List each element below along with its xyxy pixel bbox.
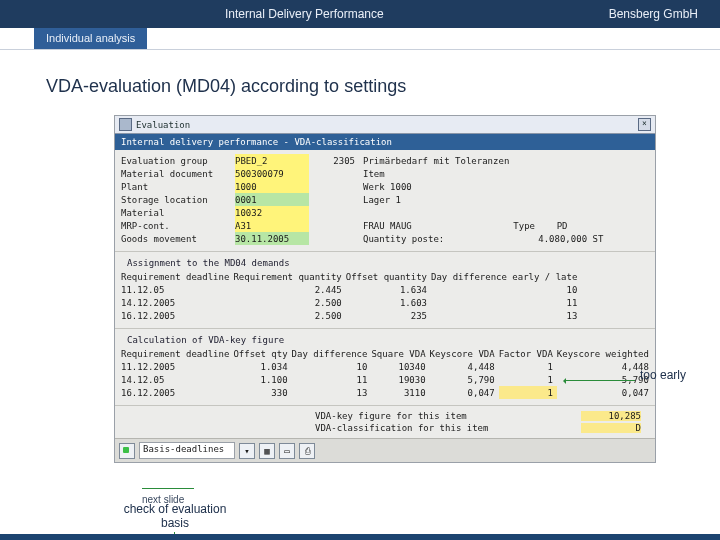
annotation-check-basis: check of evaluation basis xyxy=(120,502,230,530)
header-fields: Evaluation groupPBED_22305Primärbedarf m… xyxy=(115,150,655,252)
assignment-block: Assignment to the MD04 demands Requireme… xyxy=(115,252,655,329)
window-icon xyxy=(119,118,132,131)
table-row: 11.12.052.4451.63410 xyxy=(121,283,581,296)
page-icon[interactable]: ▭ xyxy=(279,443,295,459)
section-heading: Assignment to the MD04 demands xyxy=(121,256,649,270)
table-row: 16.12.20052.50023513 xyxy=(121,309,581,322)
calculation-table: Requirement deadline Offset qty Day diff… xyxy=(121,347,653,399)
result-row: VDA-classification for this item D xyxy=(121,422,649,434)
table-head: Requirement deadline Requirement quantit… xyxy=(121,270,581,283)
field-row: Goods movement30.11.2005Quantity poste:4… xyxy=(121,232,607,245)
title-bar: Internal Delivery Performance Bensberg G… xyxy=(0,0,720,28)
arrow-too-early xyxy=(565,380,635,381)
check-green-icon[interactable] xyxy=(119,443,135,459)
tab-row: Individual analysis xyxy=(0,28,720,50)
tab-individual-analysis[interactable]: Individual analysis xyxy=(34,28,147,49)
sap-section-title: Internal delivery performance - VDA-clas… xyxy=(115,134,655,150)
field-row: Material10032 xyxy=(121,206,607,219)
presentation-title: Internal Delivery Performance xyxy=(0,7,609,21)
header-table: Evaluation groupPBED_22305Primärbedarf m… xyxy=(121,154,607,245)
slide-title: VDA-evaluation (MD04) according to setti… xyxy=(46,76,686,97)
sap-window-titlebar: Evaluation × xyxy=(115,116,655,134)
field-row: Storage location0001Lager 1 xyxy=(121,193,607,206)
calculation-block: Calculation of VDA-key figure Requiremen… xyxy=(115,329,655,406)
status-field[interactable]: Basis-deadlines xyxy=(139,442,235,459)
field-row: Material document500300079Item xyxy=(121,167,607,180)
grid-icon[interactable]: ▦ xyxy=(259,443,275,459)
field-row: Evaluation groupPBED_22305Primärbedarf m… xyxy=(121,154,607,167)
field-row: MRP-cont.A31FRAU MAUGType PD xyxy=(121,219,607,232)
table-row: 11.12.20051.03410103404,44814,448 xyxy=(121,360,653,373)
assignment-table: Requirement deadline Requirement quantit… xyxy=(121,270,581,322)
footer-band xyxy=(0,534,720,540)
sap-window: Evaluation × Internal delivery performan… xyxy=(114,115,656,463)
section-heading: Calculation of VDA-key figure xyxy=(121,333,649,347)
table-head: Requirement deadline Offset qty Day diff… xyxy=(121,347,653,360)
slide-body: VDA-evaluation (MD04) according to setti… xyxy=(0,50,720,463)
underline-icon xyxy=(142,488,194,489)
sap-window-title: Evaluation xyxy=(136,120,190,130)
result-block: VDA-key figure for this item 10,285 VDA-… xyxy=(115,406,655,438)
result-row: VDA-key figure for this item 10,285 xyxy=(121,410,649,422)
table-row: 14.12.20052.5001.60311 xyxy=(121,296,581,309)
print-icon[interactable]: ⎙ xyxy=(299,443,315,459)
sap-status-bar: Basis-deadlines ▾ ▦ ▭ ⎙ xyxy=(115,438,655,462)
dropdown-icon[interactable]: ▾ xyxy=(239,443,255,459)
table-row: 16.12.20053301331100,04710,047 xyxy=(121,386,653,399)
close-icon[interactable]: × xyxy=(638,118,651,131)
field-row: Plant1000Werk 1000 xyxy=(121,180,607,193)
company-name: Bensberg GmbH xyxy=(609,7,720,21)
annotation-too-early: too early xyxy=(640,368,686,382)
